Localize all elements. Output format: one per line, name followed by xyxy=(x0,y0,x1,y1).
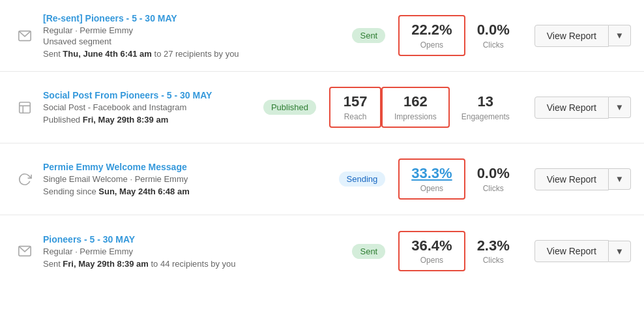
stat-box-opens: 36.4%Opens xyxy=(398,231,465,271)
campaign-subtitle: Regular · Permie Emmy xyxy=(43,25,343,35)
stat-value: 0.0% xyxy=(477,165,510,182)
campaign-meta: Sending since Sun, May 24th 6:48 am xyxy=(43,187,330,196)
campaign-title[interactable]: Permie Emmy Welcome Message xyxy=(43,162,330,172)
campaign-row: [Re-sent] Pioneers - 5 - 30 MAYRegular ·… xyxy=(0,0,644,72)
campaign-subtitle: Single Email Welcome · Permie Emmy xyxy=(43,174,330,184)
view-report-dropdown-button[interactable]: ▼ xyxy=(609,97,631,118)
campaign-info: [Re-sent] Pioneers - 5 - 30 MAYRegular ·… xyxy=(43,13,343,59)
stat-box-engagements: 13Engagements xyxy=(450,88,521,126)
campaign-row: Social Post From Pioneers - 5 - 30 MAYSo… xyxy=(0,72,644,143)
stat-label: Impressions xyxy=(394,112,437,121)
stat-box-impressions: 162Impressions xyxy=(381,87,450,127)
action-area: View Report▼ xyxy=(521,240,631,262)
stat-value: 0.0% xyxy=(477,22,510,38)
campaign-meta: Published Fri, May 29th 8:39 am xyxy=(43,115,254,125)
stat-label: Clicks xyxy=(477,184,510,193)
campaign-subtitle: Social Post - Facebook and Instagram xyxy=(43,102,254,112)
stats-area: 22.2%Opens0.0%Clicks xyxy=(398,15,521,55)
status-badge: Sent xyxy=(352,244,385,259)
status-badge: Published xyxy=(263,100,316,115)
stat-label: Opens xyxy=(411,256,452,265)
campaign-subtitle: Regular · Permie Emmy xyxy=(43,247,343,256)
campaign-title[interactable]: Social Post From Pioneers - 5 - 30 MAY xyxy=(43,90,254,100)
stat-label: Opens xyxy=(411,40,452,50)
stat-box-clicks: 0.0%Clicks xyxy=(465,16,521,54)
action-area: View Report▼ xyxy=(521,168,631,190)
view-report-button[interactable]: View Report xyxy=(534,25,609,47)
campaign-row: Permie Emmy Welcome MessageSingle Email … xyxy=(0,143,644,215)
stat-value: 162 xyxy=(394,93,437,110)
view-report-button[interactable]: View Report xyxy=(534,168,609,190)
view-report-dropdown-button[interactable]: ▼ xyxy=(609,168,631,190)
view-report-button[interactable]: View Report xyxy=(534,240,609,262)
stat-value: 2.3% xyxy=(477,237,510,254)
svg-rect-1 xyxy=(20,102,31,113)
stat-box-opens: 22.2%Opens xyxy=(398,15,465,55)
action-area: View Report▼ xyxy=(521,97,631,119)
campaign-row: Pioneers - 5 - 30 MAYRegular · Permie Em… xyxy=(0,215,644,287)
view-report-button[interactable]: View Report xyxy=(534,97,609,119)
stat-value: 22.2% xyxy=(411,22,452,38)
stat-label: Reach xyxy=(342,112,368,121)
stat-value: 13 xyxy=(461,93,510,110)
campaign-meta: Sent Fri, May 29th 8:39 am to 44 recipie… xyxy=(43,259,343,269)
stats-area: 33.3%Opens0.0%Clicks xyxy=(398,158,521,199)
campaign-meta: Sent Thu, June 4th 6:41 am to 27 recipie… xyxy=(43,49,343,59)
campaign-info: Permie Emmy Welcome MessageSingle Email … xyxy=(43,162,330,196)
email-icon xyxy=(13,29,37,43)
view-report-dropdown-button[interactable]: ▼ xyxy=(609,241,631,262)
social-icon xyxy=(13,100,37,115)
stat-label: Clicks xyxy=(477,40,510,50)
action-area: View Report▼ xyxy=(521,25,631,47)
stats-area: 36.4%Opens2.3%Clicks xyxy=(398,231,521,271)
campaign-info: Social Post From Pioneers - 5 - 30 MAYSo… xyxy=(43,90,254,125)
view-report-dropdown-button[interactable]: ▼ xyxy=(609,25,631,46)
stats-area: 157Reach162Impressions13Engagements xyxy=(329,87,521,127)
campaign-list: [Re-sent] Pioneers - 5 - 30 MAYRegular ·… xyxy=(0,0,644,287)
stat-box-clicks: 0.0%Clicks xyxy=(465,160,521,198)
stat-label: Opens xyxy=(411,184,452,193)
stat-box-opens: 33.3%Opens xyxy=(398,158,465,199)
campaign-title[interactable]: [Re-sent] Pioneers - 5 - 30 MAY xyxy=(43,13,343,23)
stat-label: Engagements xyxy=(461,112,510,121)
campaign-info: Pioneers - 5 - 30 MAYRegular · Permie Em… xyxy=(43,234,343,269)
status-badge: Sending xyxy=(339,172,386,187)
campaign-segment: Unsaved segment xyxy=(43,37,343,46)
email-icon xyxy=(13,244,37,258)
stat-value[interactable]: 33.3% xyxy=(411,165,452,182)
stat-value: 157 xyxy=(342,93,368,110)
stat-box-reach: 157Reach xyxy=(329,87,381,127)
status-badge: Sent xyxy=(352,28,385,43)
stat-box-clicks: 2.3%Clicks xyxy=(465,232,521,270)
stat-value: 36.4% xyxy=(411,237,452,254)
campaign-title[interactable]: Pioneers - 5 - 30 MAY xyxy=(43,234,343,245)
stat-label: Clicks xyxy=(477,256,510,265)
refresh-icon xyxy=(13,172,37,187)
